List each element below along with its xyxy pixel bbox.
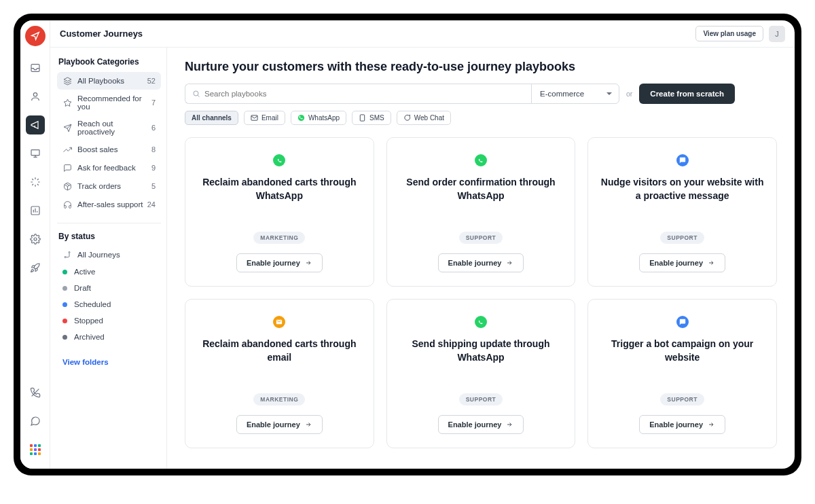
star-icon — [62, 98, 72, 107]
status-item[interactable]: Scheduled — [57, 297, 161, 312]
card-tag: SUPPORT — [459, 393, 503, 406]
filter-chip[interactable]: Email — [244, 111, 285, 125]
category-count: 5 — [151, 182, 156, 190]
trending-icon — [62, 145, 72, 154]
card-title: Reclaim abandoned carts through email — [198, 338, 361, 364]
svg-point-1 — [33, 93, 37, 96]
category-item[interactable]: After-sales support 24 — [57, 196, 161, 213]
status-item[interactable]: Active — [57, 264, 161, 279]
user-avatar[interactable]: J — [769, 26, 785, 42]
card-tag: MARKETING — [253, 393, 305, 406]
arrow-right-icon — [505, 421, 513, 428]
headset-icon — [62, 200, 72, 209]
status-item[interactable]: Stopped — [57, 313, 161, 328]
chip-icon — [403, 114, 411, 122]
enable-journey-button[interactable]: Enable journey — [438, 253, 524, 272]
card-title: Send order confirmation through WhatsApp — [399, 176, 563, 202]
category-select[interactable]: E-commerce — [531, 84, 619, 104]
app-logo[interactable] — [25, 26, 46, 46]
category-count: 7 — [151, 98, 156, 107]
nav-contacts-icon[interactable] — [26, 87, 45, 106]
status-label: Scheduled — [74, 300, 111, 308]
enable-journey-button[interactable]: Enable journey — [236, 253, 323, 272]
playbook-card: Send order confirmation through WhatsApp… — [386, 137, 576, 287]
enable-journey-button[interactable]: Enable journey — [438, 415, 524, 434]
chat-icon — [676, 154, 689, 166]
category-selected-label: E-commerce — [540, 90, 584, 98]
filter-chip[interactable]: Web Chat — [397, 111, 451, 125]
nav-monitor-icon[interactable] — [26, 144, 45, 163]
svg-rect-0 — [31, 65, 39, 72]
card-title: Nudge visitors on your website with a pr… — [600, 176, 764, 202]
view-folders-link[interactable]: View folders — [57, 354, 161, 370]
card-title: Reclaim abandoned carts through WhatsApp — [198, 176, 361, 202]
search-input[interactable] — [204, 90, 524, 98]
category-label: After-sales support — [77, 200, 143, 209]
nav-campaigns-icon[interactable] — [26, 115, 45, 134]
category-item[interactable]: Reach out proactively 6 — [57, 115, 161, 140]
chip-icon — [297, 114, 305, 122]
arrow-right-icon — [707, 421, 715, 428]
route-icon — [62, 250, 72, 259]
playbook-card: Reclaim abandoned carts through email MA… — [185, 299, 374, 448]
category-item[interactable]: Track orders 5 — [57, 177, 161, 195]
category-label: All Playbooks — [77, 77, 124, 85]
view-plan-button[interactable]: View plan usage — [695, 26, 763, 41]
enable-label: Enable journey — [649, 420, 703, 429]
chip-icon — [251, 114, 258, 122]
nav-inbox-icon[interactable] — [26, 58, 45, 77]
svg-line-5 — [31, 389, 39, 397]
status-label: Archived — [74, 333, 105, 341]
nav-apps-icon[interactable] — [26, 440, 45, 459]
svg-point-6 — [65, 257, 66, 258]
status-label: Draft — [74, 284, 91, 292]
nav-rocket-icon[interactable] — [26, 258, 45, 277]
status-label: All Journeys — [77, 251, 120, 259]
create-from-scratch-button[interactable]: Create from scratch — [639, 84, 735, 104]
arrow-right-icon — [304, 421, 312, 428]
status-item[interactable]: Archived — [57, 329, 161, 344]
status-heading: By status — [58, 232, 161, 241]
playbook-card: Nudge visitors on your website with a pr… — [587, 137, 777, 287]
category-label: Boost sales — [77, 145, 117, 154]
filter-chip[interactable]: WhatsApp — [291, 111, 346, 125]
nav-reports-icon[interactable] — [26, 201, 45, 220]
status-label: Active — [74, 268, 95, 276]
nav-settings-icon[interactable] — [26, 230, 45, 249]
chip-label: Web Chat — [414, 114, 444, 122]
card-tag: SUPPORT — [660, 393, 704, 406]
svg-rect-2 — [31, 150, 39, 156]
enable-journey-button[interactable]: Enable journey — [639, 253, 725, 272]
enable-label: Enable journey — [247, 420, 300, 429]
sidebar: Playbook Categories All Playbooks 52 Rec… — [50, 48, 167, 469]
arrow-right-icon — [707, 259, 715, 266]
nav-phone-icon[interactable] — [26, 383, 45, 402]
playbook-card: Trigger a bot campaign on your website S… — [587, 299, 777, 448]
filter-chip[interactable]: All channels — [185, 111, 238, 125]
category-count: 24 — [147, 200, 156, 209]
nav-chat-icon[interactable] — [26, 412, 45, 431]
status-item[interactable]: Draft — [57, 281, 161, 295]
search-box[interactable] — [185, 84, 531, 104]
status-item[interactable]: All Journeys — [57, 247, 161, 263]
enable-label: Enable journey — [649, 259, 703, 267]
icon-rail — [20, 20, 50, 469]
enable-journey-button[interactable]: Enable journey — [236, 415, 323, 434]
nav-automation-icon[interactable] — [26, 173, 45, 192]
chip-label: All channels — [192, 114, 232, 122]
category-item[interactable]: Boost sales 8 — [57, 141, 161, 158]
playbook-card: Send shipping update through WhatsApp SU… — [386, 299, 576, 448]
status-dot — [62, 319, 67, 323]
enable-journey-button[interactable]: Enable journey — [639, 415, 725, 434]
chip-label: SMS — [369, 114, 384, 122]
filter-chip[interactable]: SMS — [352, 111, 391, 125]
category-item[interactable]: Ask for feedback 9 — [57, 159, 161, 177]
category-item[interactable]: Recommended for you 7 — [57, 90, 161, 115]
chat-icon — [676, 316, 689, 328]
content: Nurture your customers with these ready-… — [167, 48, 795, 469]
comment-icon — [62, 163, 72, 173]
arrow-right-icon — [304, 259, 312, 266]
category-label: Reach out proactively — [77, 120, 151, 136]
status-dot — [62, 335, 67, 340]
category-item[interactable]: All Playbooks 52 — [57, 72, 161, 90]
